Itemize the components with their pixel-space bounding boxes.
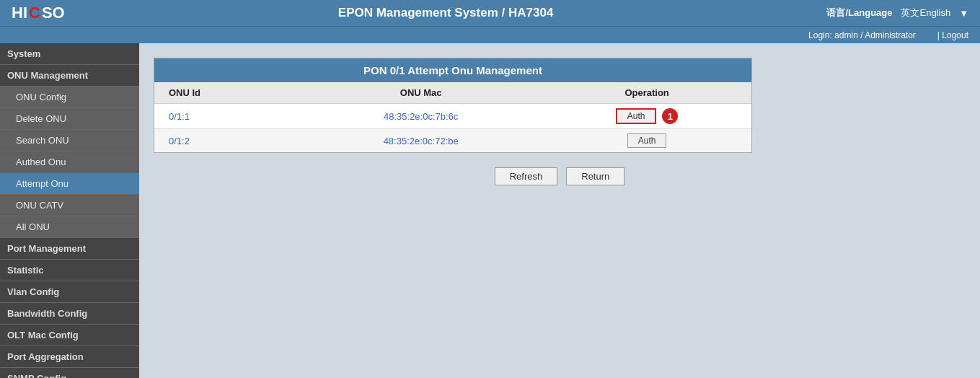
dropdown-icon[interactable]: ▼ [959,8,968,19]
sidebar-item-vlan-config[interactable]: Vlan Config [0,281,139,303]
sidebar-item-port-aggregation[interactable]: Port Aggregation [0,346,139,368]
content-area: PON 0/1 Attempt Onu Management ONU Id ON… [139,43,980,378]
table-row: 0/1:148:35:2e:0c:7b:6cAuth1 [154,104,751,129]
logo-text-so: SO [42,4,65,22]
col-header-operation: Operation [542,82,751,104]
sidebar-item-bandwidth-config[interactable]: Bandwidth Config [0,303,139,325]
onu-id-cell: 0/1:2 [154,129,299,153]
logo: HI C SO [12,4,65,22]
language-value[interactable]: 英文English [901,6,950,19]
sidebar-item-onu-config[interactable]: ONU Config [0,87,139,108]
language-label: 语言/Language [826,6,892,19]
sidebar-item-all-onu[interactable]: All ONU [0,216,139,238]
table-row: 0/1:248:35:2e:0c:72:beAuth [154,129,751,153]
sidebar-item-system[interactable]: System [0,43,139,65]
logout-link[interactable]: | Logout [937,30,968,40]
auth-button-0-1-1[interactable]: Auth [616,108,657,124]
operation-cell: Auth [542,129,751,153]
onu-mac-cell: 48:35:2e:0c:72:be [299,129,542,153]
header-top: HI C SO EPON Management System / HA7304 … [0,0,980,26]
logo-text-hi: HI [12,4,27,22]
onu-id-cell: 0/1:1 [154,104,299,129]
header-bottom: Login: admin / Administrator | Logout [0,26,980,43]
logo-text-c: C [29,4,40,22]
header-right: 语言/Language 英文English ▼ [826,6,968,19]
col-header-onu-id: ONU Id [154,82,299,104]
sidebar-item-onu-catv[interactable]: ONU CATV [0,195,139,216]
operation-cell: Auth1 [542,104,751,129]
sidebar-item-delete-onu[interactable]: Delete ONU [0,108,139,130]
sidebar-item-statistic[interactable]: Statistic [0,260,139,281]
sidebar-item-snmp-config[interactable]: SNMP Config [0,368,139,378]
sidebar-item-search-onu[interactable]: Search ONU [0,130,139,151]
table-title: PON 0/1 Attempt Onu Management [154,58,751,82]
action-buttons: Refresh Return [154,167,966,185]
auth-button-0-1-2[interactable]: Auth [627,133,667,148]
table-header-row: ONU Id ONU Mac Operation [154,82,751,104]
app-title: EPON Management System / HA7304 [338,6,554,20]
sidebar-item-onu-management[interactable]: ONU Management [0,65,139,87]
onu-mac-cell: 48:35:2e:0c:7b:6c [299,104,542,129]
main-layout: SystemONU ManagementONU ConfigDelete ONU… [0,43,980,378]
onu-table-container: PON 0/1 Attempt Onu Management ONU Id ON… [154,58,752,153]
sidebar-item-olt-mac-config[interactable]: OLT Mac Config [0,325,139,346]
row-badge: 1 [662,108,678,124]
col-header-onu-mac: ONU Mac [299,82,542,104]
refresh-button[interactable]: Refresh [495,167,558,185]
sidebar-item-attempt-onu[interactable]: Attempt Onu [0,173,139,195]
sidebar-item-authed-onu[interactable]: Authed Onu [0,151,139,173]
sidebar-item-port-management[interactable]: Port Management [0,238,139,260]
onu-table: ONU Id ONU Mac Operation 0/1:148:35:2e:0… [154,82,751,152]
login-info: Login: admin / Administrator [808,30,916,40]
return-button[interactable]: Return [566,167,624,185]
sidebar: SystemONU ManagementONU ConfigDelete ONU… [0,43,139,378]
